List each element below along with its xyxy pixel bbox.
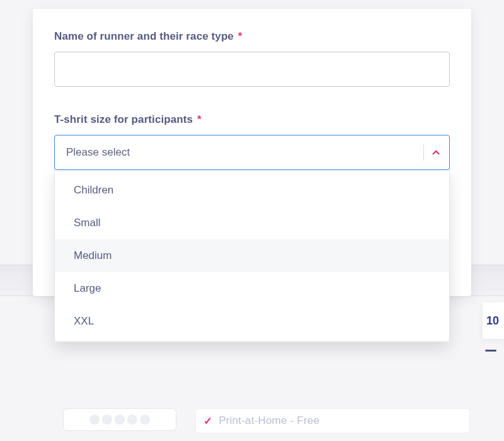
runner-label-text: Name of runner and their race type	[54, 30, 234, 42]
background-bottom-row: ✓ Print-at-Home - Free	[63, 408, 470, 438]
tshirt-dropdown-menu: ChildrenSmallMediumLargeXXL	[54, 170, 450, 342]
tshirt-select[interactable]: Please select ChildrenSmallMediumLargeXX…	[54, 135, 450, 170]
tshirt-option[interactable]: Children	[55, 174, 449, 207]
tshirt-select-value: Please select	[66, 146, 420, 159]
tshirt-label: T-shrit size for participants *	[54, 113, 450, 126]
check-icon: ✓	[203, 415, 212, 428]
required-marker: *	[197, 113, 202, 125]
runner-input[interactable]	[54, 52, 450, 87]
form-card: Name of runner and their race type * T-s…	[33, 9, 471, 296]
background-right-fragment: 10	[483, 302, 504, 339]
delivery-option-label: Print-at-Home - Free	[219, 415, 319, 427]
tshirt-option[interactable]: Small	[55, 207, 449, 239]
tshirt-select-control[interactable]: Please select	[54, 135, 450, 170]
quantity-stepper-ghost	[63, 408, 176, 431]
background-dash	[485, 350, 496, 352]
tshirt-option[interactable]: Medium	[55, 239, 449, 272]
tshirt-option[interactable]: XXL	[55, 305, 449, 338]
required-marker: *	[238, 30, 243, 42]
tshirt-option[interactable]: Large	[55, 272, 449, 305]
select-separator	[423, 144, 424, 161]
tshirt-label-text: T-shrit size for participants	[54, 113, 193, 125]
delivery-option-ghost: ✓ Print-at-Home - Free	[195, 408, 470, 433]
field-tshirt: T-shrit size for participants * Please s…	[54, 113, 450, 170]
runner-label: Name of runner and their race type *	[54, 30, 450, 43]
chevron-up-icon	[430, 147, 442, 158]
field-runner: Name of runner and their race type *	[54, 30, 450, 87]
